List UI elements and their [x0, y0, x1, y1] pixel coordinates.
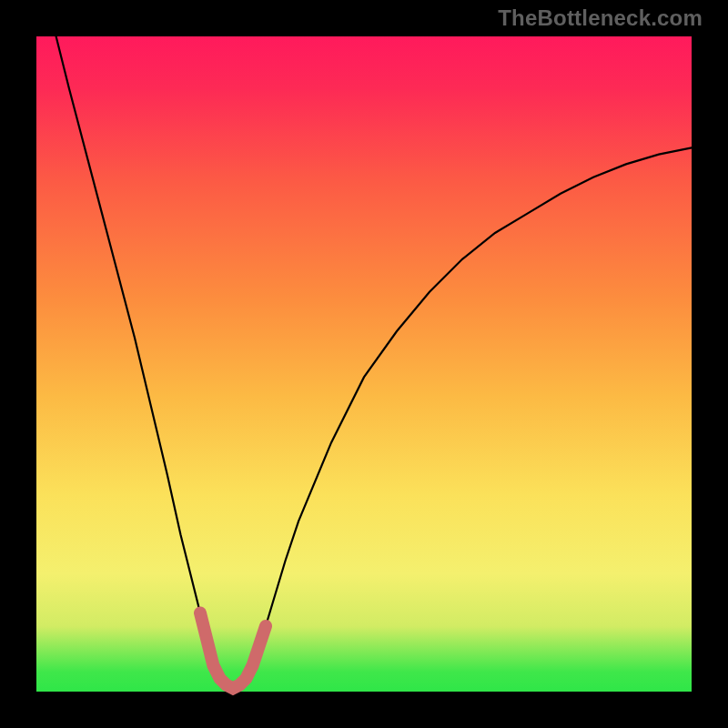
watermark-text: TheBottleneck.com: [498, 5, 703, 31]
bottleneck-curve: [36, 36, 692, 692]
curve-highlight: [200, 613, 266, 689]
curve-path: [36, 0, 692, 688]
plot-area: [36, 36, 692, 692]
chart-frame: TheBottleneck.com: [0, 0, 728, 728]
